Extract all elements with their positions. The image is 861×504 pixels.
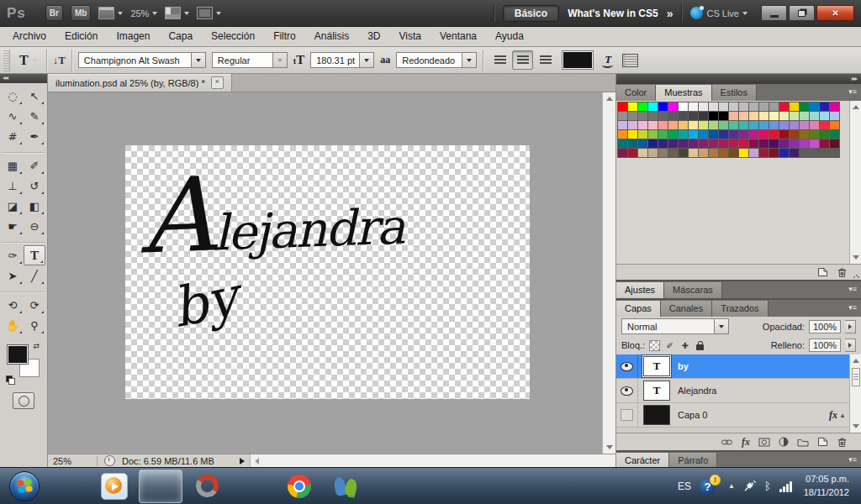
- swatch-2-4[interactable]: [658, 121, 668, 129]
- text-layer-thumbnail[interactable]: T: [643, 381, 670, 401]
- swatch-1-14[interactable]: [759, 112, 769, 120]
- action-center-icon[interactable]: [700, 476, 720, 496]
- swatch-0-16[interactable]: [779, 102, 789, 111]
- swatch-3-0[interactable]: [618, 130, 627, 139]
- workspace-overflow-chevrons[interactable]: »: [667, 7, 673, 20]
- type-tool[interactable]: T: [24, 245, 45, 265]
- taskbar-photoshop[interactable]: [139, 470, 182, 503]
- swatch-3-18[interactable]: [800, 130, 809, 139]
- text-layer-thumbnail[interactable]: T: [643, 356, 670, 376]
- swatch-1-9[interactable]: [709, 112, 718, 120]
- swatch-0-11[interactable]: [729, 102, 738, 111]
- swatch-4-13[interactable]: [749, 139, 758, 148]
- font-family-combo[interactable]: Champignon Alt Swash: [78, 52, 206, 68]
- swatch-3-7[interactable]: [689, 130, 698, 139]
- workspace-switcher-basico[interactable]: Básico: [503, 5, 559, 22]
- quick-selection-tool[interactable]: ✎: [24, 106, 45, 126]
- swatch-2-19[interactable]: [810, 121, 819, 129]
- swatch-4-4[interactable]: [658, 139, 668, 148]
- swatches-scrollbar[interactable]: [849, 101, 861, 264]
- layer-thumbnail[interactable]: [643, 405, 670, 425]
- tab-color[interactable]: Color: [616, 85, 656, 101]
- swatch-1-8[interactable]: [699, 112, 708, 120]
- show-hidden-icons[interactable]: ▲: [728, 482, 735, 490]
- brush-tool[interactable]: ✐: [24, 155, 45, 176]
- swatch-3-2[interactable]: [638, 130, 647, 139]
- swatch-2-12[interactable]: [739, 121, 748, 129]
- eyedropper-tool[interactable]: ✒: [24, 126, 45, 146]
- swatch-5-14[interactable]: [759, 149, 769, 157]
- default-colors-icon[interactable]: [6, 375, 15, 384]
- quick-mask-button[interactable]: [13, 392, 34, 409]
- swatch-0-13[interactable]: [749, 102, 758, 111]
- power-icon[interactable]: [743, 480, 756, 491]
- font-size-combo[interactable]: 180.31 pt: [310, 52, 374, 68]
- arrange-documents-dropdown[interactable]: [165, 7, 189, 19]
- tab-trazados[interactable]: Trazados: [712, 301, 768, 317]
- swatch-0-3[interactable]: [648, 102, 658, 111]
- swatch-3-19[interactable]: [810, 130, 819, 139]
- panel-menu-icon[interactable]: ▾≡: [848, 303, 857, 312]
- minimize-button[interactable]: [761, 5, 787, 21]
- vertical-scrollbar[interactable]: [602, 92, 615, 454]
- new-adjustment-layer-button[interactable]: [779, 437, 789, 447]
- swatch-2-0[interactable]: [618, 121, 627, 129]
- panel-menu-icon[interactable]: ▾≡: [848, 285, 857, 293]
- swatch-1-0[interactable]: [618, 112, 627, 120]
- swatch-4-19[interactable]: [810, 139, 819, 148]
- taskbar-ares[interactable]: [185, 470, 229, 503]
- swatch-5-7[interactable]: [689, 149, 698, 157]
- swatch-1-20[interactable]: [820, 112, 829, 120]
- swatch-2-2[interactable]: [638, 121, 647, 129]
- tab-canales[interactable]: Canales: [661, 301, 712, 317]
- delete-layer-button[interactable]: [837, 437, 848, 448]
- opacity-spinner[interactable]: [845, 320, 856, 333]
- swatch-1-17[interactable]: [790, 112, 799, 120]
- swatch-4-8[interactable]: [699, 139, 708, 148]
- status-zoom-field[interactable]: 25%: [48, 456, 98, 466]
- swatch-3-20[interactable]: [820, 130, 829, 139]
- font-family-dropdown-button[interactable]: [191, 53, 205, 67]
- swatch-2-7[interactable]: [689, 121, 698, 129]
- document-tab[interactable]: ilumination.psd al 25% (by, RGB/8) * ×: [48, 74, 232, 92]
- swatch-1-19[interactable]: [810, 112, 819, 120]
- swatch-0-7[interactable]: [689, 102, 698, 111]
- canvas-area[interactable]: Alejandra by: [48, 92, 602, 454]
- lock-transparency-button[interactable]: [649, 340, 660, 351]
- swatch-4-16[interactable]: [779, 139, 789, 148]
- dodge-tool[interactable]: ⊖: [24, 216, 45, 236]
- menu-filtro[interactable]: Filtro: [264, 27, 305, 46]
- scroll-down-icon[interactable]: [606, 445, 613, 449]
- swatch-5-1[interactable]: [628, 149, 637, 157]
- swatch-1-18[interactable]: [800, 112, 809, 120]
- anti-alias-dropdown-button[interactable]: [462, 53, 476, 67]
- tab-capas[interactable]: Capas: [616, 301, 661, 317]
- swatch-3-12[interactable]: [739, 130, 748, 139]
- align-left-button[interactable]: [489, 50, 510, 70]
- swatch-0-12[interactable]: [739, 102, 748, 111]
- swatch-5-10[interactable]: [719, 149, 728, 157]
- foreground-color-chip[interactable]: [8, 345, 28, 364]
- scroll-up-icon[interactable]: [606, 97, 613, 101]
- menu-edición[interactable]: Edición: [55, 27, 107, 46]
- taskbar-start[interactable]: [5, 470, 44, 503]
- layer-row-by[interactable]: Tby: [616, 354, 861, 379]
- tab-estilos[interactable]: Estilos: [712, 85, 757, 101]
- swatch-2-21[interactable]: [830, 121, 839, 129]
- menu-ventana[interactable]: Ventana: [430, 27, 486, 46]
- scroll-left-icon[interactable]: [255, 458, 259, 465]
- swatch-5-8[interactable]: [699, 149, 708, 157]
- swatch-4-21[interactable]: [830, 139, 839, 148]
- swatch-5-0[interactable]: [618, 149, 627, 157]
- document-close-icon[interactable]: ×: [211, 76, 224, 89]
- whats-new-link[interactable]: What's New in CS5: [568, 8, 658, 19]
- swatch-3-14[interactable]: [759, 130, 769, 139]
- view-extras-dropdown[interactable]: [98, 7, 123, 19]
- swatch-0-6[interactable]: [679, 102, 688, 111]
- line-tool[interactable]: ╱: [24, 265, 45, 286]
- swatch-3-6[interactable]: [679, 130, 688, 139]
- fill-spinner[interactable]: [845, 339, 856, 352]
- taskbar-messenger[interactable]: [324, 470, 367, 503]
- swatch-1-2[interactable]: [638, 112, 647, 120]
- menu-selección[interactable]: Selección: [202, 27, 264, 46]
